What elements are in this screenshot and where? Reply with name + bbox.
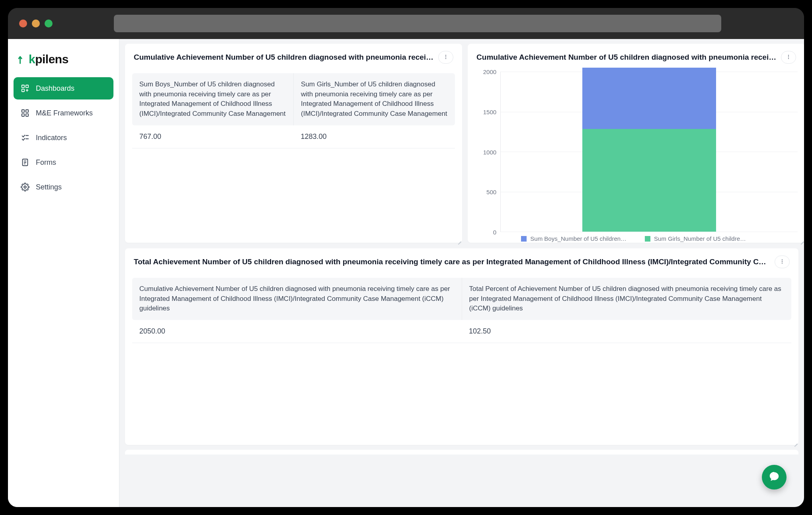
window-traffic-lights (19, 20, 53, 27)
indicators-icon (21, 133, 29, 142)
table: Cumulative Achievement Number of U5 chil… (125, 274, 798, 445)
main-content: Cumulative Achievement Number of U5 chil… (119, 39, 804, 507)
sidebar-item-label: M&E Frameworks (36, 109, 93, 117)
card-total-achievement: Total Achievement Number of U5 children … (125, 248, 798, 445)
svg-rect-0 (22, 85, 24, 88)
card-title: Cumulative Achievement Number of U5 chil… (476, 53, 776, 62)
sidebar-item-forms[interactable]: Forms (14, 151, 113, 174)
close-window-button[interactable] (19, 20, 27, 27)
logo-arrow-icon (18, 53, 28, 66)
card-cumulative-chart: Cumulative Achievement Number of U5 chil… (468, 44, 804, 243)
svg-rect-4 (26, 110, 28, 112)
table-cell: 767.00 (132, 125, 294, 148)
card-header: Cumulative Achievement Number of U5 chil… (468, 44, 804, 69)
resize-handle[interactable] (456, 236, 461, 242)
maximize-window-button[interactable] (45, 20, 53, 27)
legend-label: Sum Girls_Number of U5 childre… (654, 235, 746, 242)
table-row: 767.00 1283.00 (132, 125, 455, 148)
next-card-sliver (125, 450, 798, 455)
primary-nav: Dashboards M&E Frameworks (8, 77, 119, 198)
more-vertical-icon (779, 258, 785, 266)
svg-point-9 (445, 55, 446, 55)
svg-point-16 (782, 261, 783, 261)
y-tick-label: 0 (493, 229, 496, 236)
app-logo[interactable]: kpilens (8, 47, 119, 77)
svg-rect-5 (22, 114, 24, 116)
svg-point-15 (782, 259, 783, 260)
table-row: 2050.00 102.50 (132, 320, 791, 343)
y-tick-label: 500 (486, 189, 496, 195)
table-header-cell: Sum Boys_Number of U5 children diagnosed… (132, 73, 294, 125)
card-title: Total Achievement Number of U5 children … (134, 258, 770, 266)
y-tick-label: 2000 (483, 68, 496, 75)
svg-point-8 (24, 186, 26, 188)
table-header-cell: Cumulative Achievement Number of U5 chil… (132, 278, 462, 320)
minimize-window-button[interactable] (32, 20, 40, 27)
sidebar-item-settings[interactable]: Settings (14, 176, 113, 198)
y-tick-label: 1000 (483, 148, 496, 155)
chat-icon (768, 470, 780, 484)
sidebar-item-label: Indicators (36, 134, 67, 142)
chart-legend: Sum Boys_Number of U5 children… Sum Girl… (469, 232, 798, 243)
table-cell: 102.50 (462, 320, 791, 343)
svg-point-10 (445, 56, 446, 57)
legend-label: Sum Boys_Number of U5 children… (530, 235, 627, 242)
sidebar-item-indicators[interactable]: Indicators (14, 127, 113, 149)
grid-line (501, 232, 798, 232)
card-more-button[interactable] (781, 51, 796, 64)
table-head: Cumulative Achievement Number of U5 chil… (132, 278, 791, 320)
chart-y-axis: 0500100015002000 (469, 72, 500, 232)
svg-point-11 (445, 58, 446, 59)
browser-frame: kpilens Dashboards (8, 8, 804, 507)
table-header-cell: Sum Girls_Number of U5 children diagnose… (294, 73, 455, 125)
sidebar: kpilens Dashboards (8, 39, 119, 507)
svg-rect-6 (26, 114, 28, 116)
browser-header (8, 8, 804, 39)
svg-point-13 (788, 56, 789, 57)
resize-handle[interactable] (798, 236, 804, 242)
table-cell: 1283.00 (294, 125, 455, 148)
logo-text: kpilens (29, 53, 68, 66)
svg-point-14 (788, 58, 789, 59)
y-tick-label: 1500 (483, 108, 496, 115)
legend-swatch (521, 236, 527, 242)
card-more-button[interactable] (438, 51, 453, 64)
dashboard-icon (21, 84, 29, 93)
more-vertical-icon (786, 54, 791, 61)
chart-area: 0500100015002000 Sum Boys_Number of U5 c… (468, 69, 804, 243)
chart-plot-body (500, 72, 798, 232)
table-header-cell: Total Percent of Achievement Number of U… (462, 278, 792, 320)
table: Sum Boys_Number of U5 children diagnosed… (125, 69, 462, 243)
stacked-bar (582, 68, 716, 232)
sidebar-item-label: Forms (36, 158, 56, 167)
frameworks-icon (21, 109, 29, 117)
svg-rect-2 (22, 89, 24, 92)
card-title: Cumulative Achievement Number of U5 chil… (134, 53, 433, 62)
resize-handle[interactable] (792, 439, 798, 444)
sidebar-item-label: Dashboards (36, 84, 74, 93)
svg-point-12 (788, 55, 789, 55)
legend-item-boys: Sum Boys_Number of U5 children… (521, 235, 627, 242)
url-bar[interactable] (114, 15, 721, 32)
svg-point-17 (782, 262, 783, 263)
sidebar-item-dashboards[interactable]: Dashboards (14, 77, 113, 99)
sidebar-item-frameworks[interactable]: M&E Frameworks (14, 102, 113, 124)
card-cumulative-table: Cumulative Achievement Number of U5 chil… (125, 44, 462, 243)
top-row: Cumulative Achievement Number of U5 chil… (125, 44, 798, 243)
forms-icon (21, 158, 29, 167)
card-more-button[interactable] (775, 256, 790, 268)
card-header: Total Achievement Number of U5 children … (125, 248, 798, 274)
more-vertical-icon (443, 54, 449, 61)
settings-icon (21, 183, 29, 191)
legend-swatch (645, 236, 650, 242)
table-head: Sum Boys_Number of U5 children diagnosed… (132, 73, 455, 125)
app-root: kpilens Dashboards (8, 39, 804, 507)
bar-segment-girls (582, 129, 716, 232)
chart-plot: 0500100015002000 (469, 72, 798, 232)
card-header: Cumulative Achievement Number of U5 chil… (125, 44, 462, 69)
svg-rect-1 (26, 85, 28, 88)
table-cell: 2050.00 (132, 320, 462, 343)
bar-segment-boys (582, 68, 716, 129)
chat-fab[interactable] (762, 465, 787, 490)
sidebar-item-label: Settings (36, 183, 62, 191)
